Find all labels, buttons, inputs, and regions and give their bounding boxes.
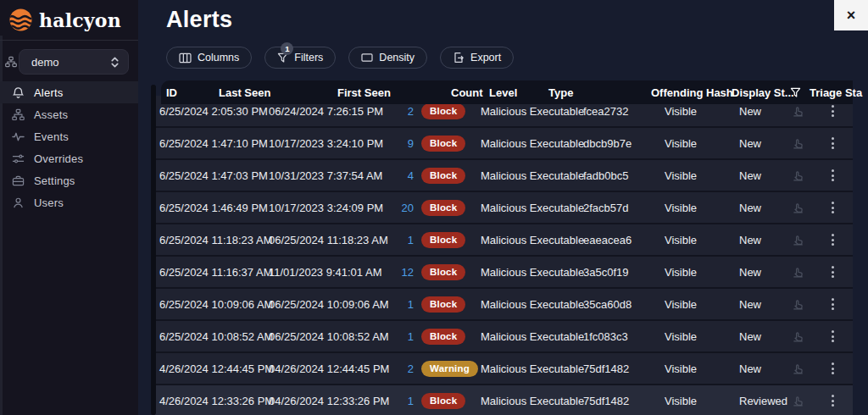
sidebar-item-overrides[interactable]: Overrides (0, 147, 138, 169)
count-link[interactable]: 20 (402, 202, 414, 214)
triage-hand-icon[interactable] (789, 353, 806, 384)
level-cell: Block (421, 289, 465, 319)
type-cell: Malicious Executable (481, 289, 584, 319)
col-header-triage-status[interactable]: Triage Sta (810, 80, 862, 104)
row-menu-button[interactable] (826, 385, 838, 415)
count-link[interactable]: 2 (408, 105, 414, 118)
count-link[interactable]: 1 (408, 234, 414, 246)
sidebar-item-events[interactable]: Events (0, 125, 138, 147)
row-menu-button[interactable] (826, 128, 838, 158)
last-seen-cell: 6/25/2024 1:46:49 PM (159, 192, 268, 223)
col-header-first-seen[interactable]: First Seen (337, 80, 391, 104)
row-menu-button[interactable] (826, 353, 838, 384)
export-button[interactable]: Export (440, 47, 514, 69)
col-header-offending-hash[interactable]: Offending Hash (651, 80, 733, 104)
halcyon-sun-icon (8, 8, 33, 32)
level-badge: Block (421, 103, 465, 119)
table-row[interactable]: 6/25/2024 10:09:06 AM 06/25/2024 10:09:0… (155, 289, 853, 321)
hash-cell: 75df1482 (583, 385, 629, 415)
kebab-icon (832, 105, 834, 117)
type-cell: Malicious Executable (481, 353, 584, 384)
row-menu-button[interactable] (826, 192, 838, 223)
triage-hand-icon[interactable] (789, 160, 806, 191)
count-link[interactable]: 1 (408, 395, 414, 407)
table-row[interactable]: 4/26/2024 12:33:26 PM 04/26/2024 12:33:2… (155, 385, 853, 415)
count-link[interactable]: 1 (408, 330, 414, 343)
columns-icon (179, 53, 192, 64)
table-row[interactable]: 6/25/2024 10:08:52 AM 06/25/2024 10:08:5… (155, 321, 853, 353)
triage-status-cell: New (739, 224, 761, 255)
triage-status-cell: New (739, 257, 761, 287)
col-header-id[interactable]: ID (166, 80, 177, 104)
last-seen-cell: 6/25/2024 1:47:10 PM (159, 128, 268, 158)
sidebar-item-users[interactable]: Users (0, 191, 138, 213)
pulse-icon (10, 130, 25, 143)
row-menu-button[interactable] (826, 224, 838, 255)
count-cell: 1 (363, 224, 414, 255)
hash-cell: 75df1482 (583, 353, 629, 384)
kebab-icon (832, 202, 834, 213)
level-badge: Block (421, 200, 465, 216)
chevron-updown-icon (110, 56, 120, 72)
sidebar-item-alerts[interactable]: Alerts (0, 81, 138, 103)
count-link[interactable]: 12 (402, 266, 414, 279)
triage-hand-icon[interactable] (789, 257, 806, 287)
table-row[interactable]: 4/26/2024 12:44:45 PM 04/26/2024 12:44:4… (155, 353, 853, 385)
density-button[interactable]: Density (348, 47, 427, 69)
display-status-cell: Visible (665, 192, 697, 223)
bell-icon (10, 86, 25, 99)
vertical-scrollbar[interactable] (151, 85, 156, 415)
triage-hand-icon[interactable] (789, 192, 806, 223)
display-status-cell: Visible (665, 257, 697, 287)
row-menu-button[interactable] (826, 321, 838, 351)
level-badge: Block (421, 264, 465, 280)
close-button[interactable]: × (834, 0, 868, 30)
sidebar-item-label: Events (34, 130, 69, 143)
triage-hand-icon[interactable] (789, 385, 806, 415)
sidebar-item-settings[interactable]: Settings (0, 169, 138, 191)
row-menu-button[interactable] (826, 289, 838, 319)
kebab-icon (832, 169, 834, 181)
org-sitemap-icon (5, 56, 17, 71)
triage-hand-icon[interactable] (789, 289, 806, 319)
col-header-type[interactable]: Type (548, 80, 573, 104)
type-cell: Malicious Executable (481, 385, 584, 415)
count-link[interactable]: 1 (408, 298, 414, 311)
triage-status-cell: New (739, 160, 761, 191)
col-header-count[interactable]: Count (451, 80, 483, 104)
column-filter-funnel-icon[interactable] (790, 80, 801, 104)
density-button-label: Density (379, 52, 415, 64)
filters-button[interactable]: 1 Filters (264, 47, 336, 69)
col-header-level[interactable]: Level (489, 80, 517, 104)
hash-cell: 1fc083c3 (583, 321, 628, 351)
columns-button[interactable]: Columns (166, 47, 252, 69)
org-selector[interactable]: demo (19, 49, 129, 75)
table-row[interactable]: 6/25/2024 1:47:03 PM 10/31/2023 7:37:54 … (155, 160, 853, 192)
col-header-display-status[interactable]: Display St... (732, 80, 794, 104)
table-row[interactable]: 6/25/2024 1:46:49 PM 10/17/2023 3:24:09 … (155, 192, 853, 224)
hash-cell: 2facb57d (583, 192, 629, 223)
row-menu-button[interactable] (826, 257, 838, 287)
triage-hand-icon[interactable] (789, 321, 806, 351)
sidebar-item-label: Alerts (34, 86, 63, 99)
col-header-last-seen[interactable]: Last Seen (219, 80, 270, 104)
type-cell: Malicious Executable (481, 224, 584, 255)
level-badge: Block (421, 136, 465, 152)
count-link[interactable]: 9 (408, 137, 414, 150)
row-menu-button[interactable] (826, 160, 838, 191)
table-row[interactable]: 6/25/2024 11:18:23 AM 06/25/2024 11:18:2… (155, 224, 853, 257)
triage-hand-icon[interactable] (789, 128, 806, 158)
brand-logo[interactable]: halcyon (8, 8, 121, 32)
export-icon (453, 52, 465, 64)
level-cell: Warning (421, 353, 478, 384)
count-link[interactable]: 4 (408, 169, 414, 182)
triage-hand-icon[interactable] (789, 224, 806, 255)
count-link[interactable]: 2 (408, 362, 414, 375)
level-badge: Block (421, 168, 465, 184)
table-row[interactable]: 6/25/2024 1:47:10 PM 10/17/2023 3:24:10 … (155, 128, 853, 160)
hash-cell: 35ca60d8 (583, 289, 632, 319)
sidebar-item-assets[interactable]: Assets (0, 103, 138, 125)
level-cell: Block (421, 224, 465, 255)
table-row[interactable]: 6/25/2024 11:16:37 AM 11/01/2023 9:41:01… (155, 257, 853, 289)
sliders-icon (10, 152, 25, 165)
